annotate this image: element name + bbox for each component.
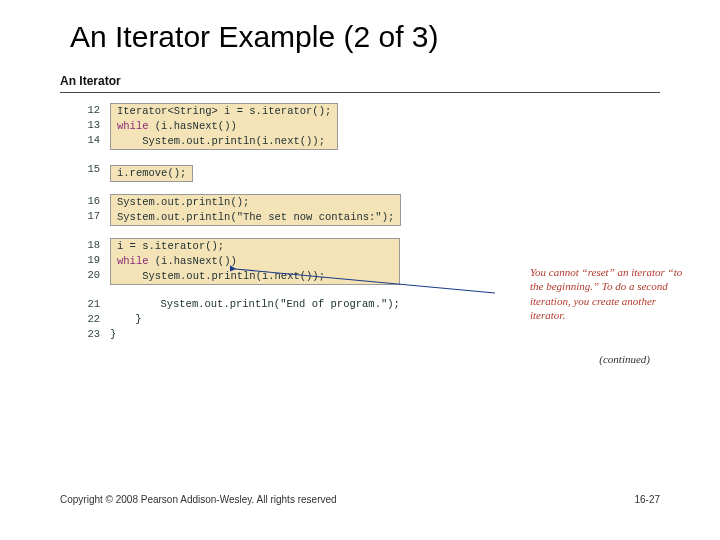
line-number: 13 xyxy=(60,118,100,133)
figure-heading: An Iterator xyxy=(60,74,660,88)
line-gutter: 12 13 14 xyxy=(60,103,110,150)
line-number: 23 xyxy=(60,327,100,342)
line-number: 15 xyxy=(60,162,100,177)
code-column: i.remove(); xyxy=(110,162,660,182)
code-line: System.out.println(); xyxy=(117,195,394,210)
code-line: i = s.iterator(); xyxy=(117,239,393,254)
code-line: while (i.hasNext()) xyxy=(117,119,331,134)
footer-copyright: Copyright © 2008 Pearson Addison-Wesley.… xyxy=(60,494,337,505)
line-gutter: 21 22 23 xyxy=(60,297,110,342)
line-gutter: 18 19 20 xyxy=(60,238,110,285)
page-title: An Iterator Example (2 of 3) xyxy=(70,20,660,54)
line-number: 18 xyxy=(60,238,100,253)
code-block: 12 13 14 Iterator<String> i = s.iterator… xyxy=(60,103,660,150)
code-box: System.out.println(); System.out.println… xyxy=(110,194,401,226)
code-box: i.remove(); xyxy=(110,165,193,182)
line-number: 22 xyxy=(60,312,100,327)
divider xyxy=(60,92,660,93)
code-line: Iterator<String> i = s.iterator(); xyxy=(117,104,331,119)
code-column: Iterator<String> i = s.iterator(); while… xyxy=(110,103,660,150)
annotation-callout: You cannot “reset” an iterator “to the b… xyxy=(530,265,690,322)
line-gutter: 16 17 xyxy=(60,194,110,226)
code-line: System.out.println("The set now contains… xyxy=(117,210,394,225)
code-column: System.out.println(); System.out.println… xyxy=(110,194,660,226)
code-box: i = s.iterator(); while (i.hasNext()) Sy… xyxy=(110,238,400,285)
line-number: 21 xyxy=(60,297,100,312)
code-line: System.out.println(i.next()); xyxy=(117,269,393,284)
code-line: i.remove(); xyxy=(117,166,186,181)
code-figure: An Iterator 12 13 14 Iterator<String> i … xyxy=(60,74,660,342)
code-line: System.out.println(i.next()); xyxy=(117,134,331,149)
line-number: 20 xyxy=(60,268,100,283)
slide: An Iterator Example (2 of 3) An Iterator… xyxy=(0,0,720,540)
line-number: 19 xyxy=(60,253,100,268)
line-number: 17 xyxy=(60,209,100,224)
footer-page-number: 16-27 xyxy=(634,494,660,505)
line-number: 16 xyxy=(60,194,100,209)
code-line: while (i.hasNext()) xyxy=(117,254,393,269)
code-area: 12 13 14 Iterator<String> i = s.iterator… xyxy=(60,103,660,342)
code-box: Iterator<String> i = s.iterator(); while… xyxy=(110,103,338,150)
code-block: 16 17 System.out.println(); System.out.p… xyxy=(60,194,660,226)
continued-label: (continued) xyxy=(599,353,650,365)
line-number: 14 xyxy=(60,133,100,148)
code-line: } xyxy=(110,327,660,342)
line-gutter: 15 xyxy=(60,162,110,182)
line-number: 12 xyxy=(60,103,100,118)
code-block: 15 i.remove(); xyxy=(60,162,660,182)
